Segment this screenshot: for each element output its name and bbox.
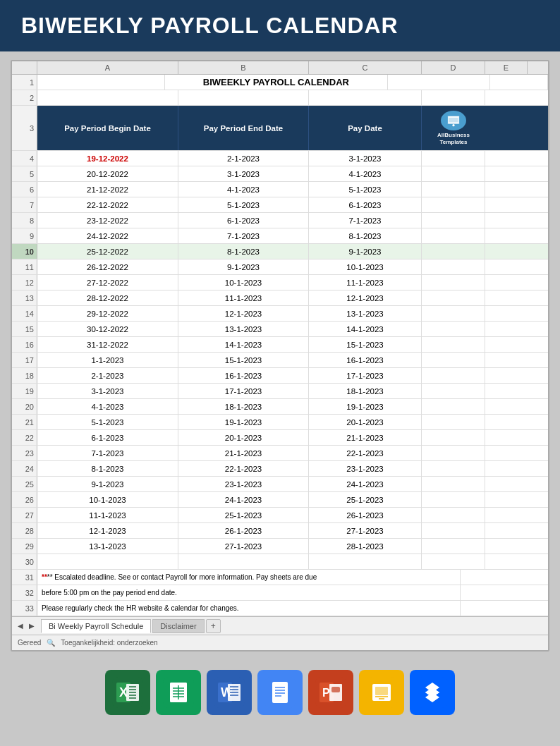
tab-biweekly[interactable]: Bi Weekly Payroll Schedule: [41, 619, 151, 633]
powerpoint-icon[interactable]: P: [308, 670, 353, 715]
row-num-19: 19: [12, 384, 37, 398]
cell-5-d: [422, 166, 485, 181]
row-num-27: 27: [12, 508, 37, 522]
col-header-e: E: [485, 61, 528, 74]
cell-4-b: 2-1-2023: [178, 151, 309, 166]
cell-7-a: 22-12-2022: [37, 197, 178, 212]
header-logo-cell: AllBusiness Templates: [422, 106, 485, 150]
cell-10-b: 8-1-2023: [178, 244, 309, 259]
cell-27-d: [422, 508, 485, 522]
table-row: 7 22-12-2022 5-1-2023 6-1-2023: [12, 197, 548, 213]
cell-29-d: [422, 539, 485, 554]
slides-icon[interactable]: [359, 670, 404, 715]
cell-25-a: 9-1-2023: [37, 477, 178, 491]
cell-18-a: 2-1-2023: [37, 368, 178, 383]
cell-25-b: 23-1-2023: [178, 477, 309, 491]
sheets-icon[interactable]: [156, 670, 201, 715]
row-num-14: 14: [12, 306, 37, 321]
cell-26-c: 25-1-2023: [309, 492, 422, 507]
row-num-20: 20: [12, 399, 37, 414]
cell-22-d: [422, 430, 485, 445]
cell-25-c: 24-1-2023: [309, 477, 422, 491]
cell-25-d: [422, 477, 485, 491]
status-ready: Gereed: [18, 639, 41, 647]
col-header-d: D: [422, 61, 485, 74]
cell-14-a: 29-12-2022: [37, 306, 178, 321]
cell-15-c: 14-1-2023: [309, 322, 422, 336]
table-row: 25 9-1-2023 23-1-2023 24-1-2023: [12, 477, 548, 492]
row-num-29: 29: [12, 539, 37, 554]
docs-icon[interactable]: [257, 670, 303, 715]
row-30: 30: [12, 554, 548, 570]
title-cell-d: [490, 75, 548, 90]
tab-nav-right[interactable]: ▶: [27, 622, 37, 630]
cell-21-a: 5-1-2023: [37, 415, 178, 429]
table-row: 27 11-1-2023 25-1-2023 26-1-2023: [12, 508, 548, 523]
cell-5-b: 3-1-2023: [178, 166, 309, 181]
cell-11-c: 10-1-2023: [309, 259, 422, 274]
cell-16-d: [422, 337, 485, 352]
cell-26-b: 24-1-2023: [178, 492, 309, 507]
cell-8-a: 23-12-2022: [37, 213, 178, 228]
tab-nav-left[interactable]: ◀: [16, 622, 25, 630]
cell-13-b: 11-1-2023: [178, 291, 309, 305]
cell-8-d: [422, 213, 485, 228]
cell-16-b: 14-1-2023: [178, 337, 309, 352]
cell-24-b: 22-1-2023: [178, 461, 309, 476]
row-num-15: 15: [12, 322, 37, 336]
table-row: 5 20-12-2022 3-1-2023 4-1-2023: [12, 166, 548, 182]
excel-icon[interactable]: X: [105, 670, 150, 715]
table-row: 28 12-1-2023 26-1-2023 27-1-2023: [12, 523, 548, 539]
cell-18-c: 17-1-2023: [309, 368, 422, 383]
cell-15-a: 30-12-2022: [37, 322, 178, 336]
tab-add-button[interactable]: +: [206, 619, 221, 633]
row-num-9: 9: [12, 228, 37, 243]
table-row: 29 13-1-2023 27-1-2023 28-1-2023: [12, 539, 548, 554]
table-row: 24 8-1-2023 22-1-2023 23-1-2023: [12, 461, 548, 477]
cell-28-d: [422, 523, 485, 538]
title-row-1: 1 BIWEEKLY PAYROLL CALENDAR: [12, 75, 548, 90]
cell-18-d: [422, 368, 485, 383]
row-num-31: 31: [12, 570, 37, 585]
row-num-24: 24: [12, 461, 37, 476]
svg-rect-29: [272, 682, 288, 703]
cell-15-b: 13-1-2023: [178, 322, 309, 336]
cell-17-a: 1-1-2023: [37, 353, 178, 367]
cell-27-b: 25-1-2023: [178, 508, 309, 522]
cell-17-c: 16-1-2023: [309, 353, 422, 367]
cell-28-a: 12-1-2023: [37, 523, 178, 538]
table-row: 21 5-1-2023 19-1-2023 20-1-2023: [12, 415, 548, 430]
cell-17-b: 15-1-2023: [178, 353, 309, 367]
note-row-31: 31 ** ** Escalated deadline. See or cont…: [12, 570, 548, 585]
header-begin-date: Pay Period Begin Date: [37, 106, 178, 150]
cell-9-a: 24-12-2022: [37, 228, 178, 243]
spreadsheet-container: A B C D E 1 BIWEEKLY PAYROLL CALENDAR 2 …: [11, 60, 549, 652]
cell-15-d: [422, 322, 485, 336]
cell-23-a: 7-1-2023: [37, 446, 178, 460]
logo-text: AllBusiness Templates: [429, 132, 478, 145]
dropbox-icon[interactable]: [410, 670, 455, 715]
cell-21-d: [422, 415, 485, 429]
row-num-spacer: [12, 61, 37, 74]
cell-30a: [37, 554, 178, 569]
tab-disclaimer[interactable]: Disclaimer: [152, 619, 204, 633]
cell-20-a: 4-1-2023: [37, 399, 178, 414]
cell-6-c: 5-1-2023: [309, 182, 422, 197]
word-icon[interactable]: W: [207, 670, 252, 715]
cell-23-c: 22-1-2023: [309, 446, 422, 460]
row-num-6: 6: [12, 182, 37, 197]
svg-text:P: P: [322, 687, 330, 699]
row-num-1: 1: [12, 75, 37, 90]
svg-rect-38: [331, 687, 340, 692]
cell-7-c: 6-1-2023: [309, 197, 422, 212]
row-num-25: 25: [12, 477, 37, 491]
cell-13-c: 12-1-2023: [309, 291, 422, 305]
col-header-c: C: [309, 61, 422, 74]
cell-19-a: 3-1-2023: [37, 384, 178, 398]
cell-7-d: [422, 197, 485, 212]
cell-9-c: 8-1-2023: [309, 228, 422, 243]
cell-11-b: 9-1-2023: [178, 259, 309, 274]
cell-9-d: [422, 228, 485, 243]
svg-rect-1: [449, 118, 458, 123]
cell-4-a: 19-12-2022: [37, 151, 178, 166]
